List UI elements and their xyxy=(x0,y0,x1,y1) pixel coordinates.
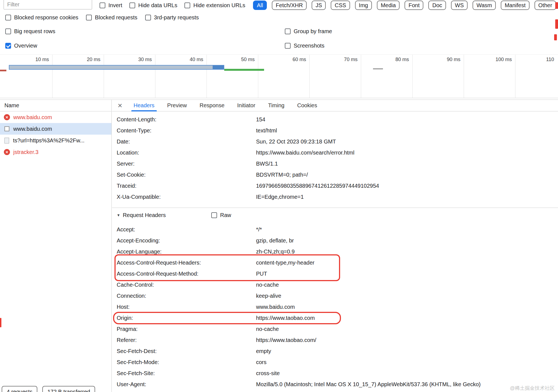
header-key: X-Ua-Compatible: xyxy=(117,194,256,200)
timeline-label: 80 ms xyxy=(384,57,409,62)
header-key: Server: xyxy=(117,161,256,167)
filter-pill-fetch-xhr[interactable]: Fetch/XHR xyxy=(272,1,307,10)
header-key: Accept-Encoding: xyxy=(117,237,256,244)
filter-pill-other[interactable]: Other xyxy=(534,1,556,10)
filter-pill-font[interactable]: Font xyxy=(405,1,423,10)
tab-cookies[interactable]: Cookies xyxy=(297,100,317,111)
tab-preview[interactable]: Preview xyxy=(167,100,187,111)
filter-pill-css[interactable]: CSS xyxy=(331,1,350,10)
request-row-ts-url[interactable]: ts?url=https%3A%2F%2Fw... xyxy=(0,135,111,146)
status-bar: 4 requests 172 B transferred xyxy=(2,386,95,392)
header-value: content-type,my-header xyxy=(256,260,558,266)
big-request-rows-checkbox[interactable]: Big request rows xyxy=(5,28,55,35)
raw-checkbox[interactable]: Raw xyxy=(211,212,231,218)
blocked-requests-label: Blocked requests xyxy=(95,14,137,21)
request-name: ts?url=https%3A%2F%2Fw... xyxy=(13,137,84,144)
header-key: Origin: xyxy=(117,315,256,321)
filter-pill-doc[interactable]: Doc xyxy=(428,1,446,10)
header-row: User-Agent: Mozilla/5.0 (Macintosh; Inte… xyxy=(112,379,558,390)
request-row-jstracker[interactable]: ✕ jstracker.3 xyxy=(0,146,111,158)
filter-pill-js[interactable]: JS xyxy=(312,1,326,10)
hide-extension-urls-checkbox[interactable]: Hide extension URLs xyxy=(184,2,245,9)
filter-pill-wasm[interactable]: Wasm xyxy=(473,1,496,10)
checkbox-checked-icon xyxy=(5,43,11,49)
group-by-frame-checkbox[interactable]: Group by frame xyxy=(285,28,332,35)
header-row-origin: Origin: https://www.taobao.com xyxy=(112,312,558,323)
header-row: Cache-Control: no-cache xyxy=(112,279,558,290)
group-by-frame-label: Group by frame xyxy=(294,28,332,35)
request-details-panel: × Headers Preview Response Initiator Tim… xyxy=(112,100,558,392)
filter-pill-manifest[interactable]: Manifest xyxy=(501,1,530,10)
overview-timeline[interactable]: 10 ms 20 ms 30 ms 40 ms 50 ms 60 ms 70 m… xyxy=(0,54,558,98)
request-headers-section[interactable]: ▼ Request Headers Raw xyxy=(112,210,558,221)
screenshots-label: Screenshots xyxy=(294,43,324,49)
header-value: https://www.baidu.com/search/error.html xyxy=(256,150,558,156)
filter-pill-all[interactable]: All xyxy=(253,1,267,10)
third-party-requests-checkbox[interactable]: 3rd-party requests xyxy=(145,14,199,21)
response-headers-list: Content-Length: 154 Content-Type: text/h… xyxy=(112,114,558,202)
header-row: Location: https://www.baidu.com/search/e… xyxy=(112,147,558,158)
header-key: Content-Length: xyxy=(117,116,256,123)
timeline-label: 30 ms xyxy=(127,57,152,62)
tab-headers[interactable]: Headers xyxy=(134,100,155,111)
header-value: cors xyxy=(256,359,558,365)
timeline-label: 50 ms xyxy=(230,57,255,62)
timeline-gridline xyxy=(361,55,361,98)
checkbox-icon xyxy=(184,2,190,8)
tab-initiator[interactable]: Initiator xyxy=(237,100,255,111)
request-headers-title: Request Headers xyxy=(123,212,166,218)
checkbox-icon xyxy=(211,212,217,218)
filter-input[interactable] xyxy=(4,0,92,9)
header-row: Sec-Fetch-Mode: cors xyxy=(112,357,558,368)
name-column-header-label: Name xyxy=(4,102,19,109)
header-value: IE=Edge,chrome=1 xyxy=(256,194,558,200)
big-request-rows-label: Big request rows xyxy=(14,28,55,35)
checkbox-icon xyxy=(86,15,92,20)
name-column-header[interactable]: Name xyxy=(0,100,111,111)
blocked-response-cookies-checkbox[interactable]: Blocked response cookies xyxy=(5,14,78,21)
screenshots-checkbox[interactable]: Screenshots xyxy=(285,43,324,49)
timeline-gridline xyxy=(309,55,310,98)
resource-type-filters: All Fetch/XHR JS CSS Img Media Font Doc … xyxy=(253,1,556,10)
header-key: User-Agent: xyxy=(117,381,256,388)
big-request-rows-row: Big request rows xyxy=(5,26,55,36)
timeline-gridline xyxy=(258,55,258,98)
request-row-baidu-selected[interactable]: www.baidu.com xyxy=(0,123,111,135)
transferred-size: 172 B transferred xyxy=(42,386,95,392)
filter-pill-ws[interactable]: WS xyxy=(451,1,468,10)
timeline-label: 90 ms xyxy=(436,57,460,62)
header-row: Host: www.baidu.com xyxy=(112,301,558,312)
blocked-requests-checkbox[interactable]: Blocked requests xyxy=(86,14,137,21)
tab-timing[interactable]: Timing xyxy=(268,100,284,111)
checkbox-icon xyxy=(285,43,291,49)
tab-response[interactable]: Response xyxy=(200,100,225,111)
blocked-response-cookies-label: Blocked response cookies xyxy=(14,14,78,21)
document-placeholder-icon xyxy=(4,126,9,131)
header-row: Connection: keep-alive xyxy=(112,290,558,301)
overview-checkbox[interactable]: Overview xyxy=(5,43,37,49)
timeline-gridline xyxy=(207,55,207,98)
close-icon[interactable]: × xyxy=(116,102,124,109)
header-key: Accept-Language: xyxy=(117,249,256,255)
timeline-gridline xyxy=(52,55,53,98)
details-tabbar: × Headers Preview Response Initiator Tim… xyxy=(112,100,558,111)
devtools-network-panel: Invert Hide data URLs Hide extension URL… xyxy=(0,0,558,392)
header-value: empty xyxy=(256,348,558,354)
third-party-requests-label: 3rd-party requests xyxy=(154,14,199,21)
requests-count: 4 requests xyxy=(2,386,37,392)
header-key: Accept: xyxy=(117,226,256,233)
filter-pill-media[interactable]: Media xyxy=(377,1,400,10)
filter-pill-img[interactable]: Img xyxy=(355,1,372,10)
request-name: jstracker.3 xyxy=(13,149,38,155)
header-row-access-control-request-method: Access-Control-Request-Method: PUT xyxy=(112,268,558,279)
timeline-label: 20 ms xyxy=(75,57,100,62)
invert-checkbox[interactable]: Invert xyxy=(100,2,122,9)
header-row: Accept-Language: zh-CN,zh;q=0.9 xyxy=(112,246,558,257)
header-key: Set-Cookie: xyxy=(117,172,256,178)
disclosure-triangle-icon: ▼ xyxy=(117,213,120,217)
header-value: keep-alive xyxy=(256,293,558,299)
header-row: Traceid: 1697966598035588967412612285974… xyxy=(112,180,558,191)
header-row: X-Ua-Compatible: IE=Edge,chrome=1 xyxy=(112,191,558,202)
request-row-baidu-error[interactable]: ✕ www.baidu.com xyxy=(0,111,111,123)
hide-data-urls-checkbox[interactable]: Hide data URLs xyxy=(129,2,177,9)
